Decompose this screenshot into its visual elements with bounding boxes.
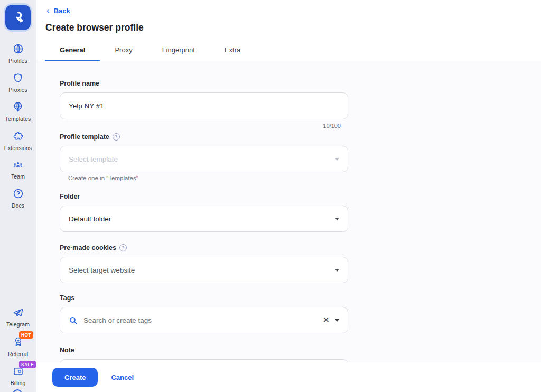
globe-icon: [13, 43, 24, 54]
profile-template-select[interactable]: Select template: [60, 146, 348, 172]
page-header: ‹ Back Create browser profile General Pr…: [36, 0, 541, 61]
main-panel: ‹ Back Create browser profile General Pr…: [36, 0, 541, 392]
app-logo-icon: [10, 10, 26, 25]
cancel-button[interactable]: Cancel: [111, 374, 134, 381]
char-counter: 10/100: [60, 123, 348, 129]
clear-icon[interactable]: ✕: [323, 316, 330, 324]
sidebar-item-label: Proxies: [8, 87, 27, 93]
form-content: Profile name 10/100 Profile template ? S…: [36, 61, 541, 391]
sidebar-item-label: Referral: [8, 351, 28, 357]
puzzle-icon: [13, 130, 24, 142]
chevron-down-icon[interactable]: [335, 269, 339, 272]
sidebar-item-docs[interactable]: Docs: [0, 184, 36, 213]
sidebar-item-label: Extensions: [4, 145, 32, 151]
chevron-left-icon: ‹: [46, 7, 50, 14]
sidebar-item-referral[interactable]: HOT Referral: [0, 332, 36, 362]
tab-proxy[interactable]: Proxy: [100, 41, 147, 61]
chevron-down-icon[interactable]: [335, 218, 339, 220]
page-title: Create browser profile: [45, 22, 541, 33]
profile-name-label: Profile name: [60, 79, 348, 87]
cookies-label: Pre-made cookies ?: [60, 244, 348, 251]
help-icon[interactable]: ?: [113, 133, 120, 141]
sidebar-item-label: Profiles: [8, 58, 27, 64]
sidebar-item-extensions[interactable]: Extensions: [0, 127, 36, 156]
sidebar-item-label: Telegram: [6, 321, 30, 328]
template-helper-text: Create one in "Templates": [68, 175, 348, 182]
select-placeholder: Select template: [69, 155, 330, 163]
team-icon: [12, 160, 24, 170]
sidebar-item-label: Billing: [11, 380, 26, 386]
help-circle-icon: [13, 188, 24, 199]
sidebar-item-team[interactable]: Team: [0, 156, 36, 184]
shield-icon: [13, 72, 23, 83]
sidebar-nav: Profiles Proxies Templates Extension: [0, 40, 36, 213]
hot-badge: HOT: [19, 331, 33, 339]
help-icon[interactable]: ?: [119, 244, 127, 251]
chevron-down-icon[interactable]: [335, 158, 339, 161]
back-button[interactable]: ‹ Back: [46, 7, 70, 15]
back-label: Back: [54, 7, 70, 15]
sidebar-item-telegram[interactable]: Telegram: [0, 304, 36, 332]
select-placeholder: Select target website: [69, 266, 330, 274]
telegram-icon: [12, 307, 24, 318]
tab-bar: General Proxy Fingerprint Extra: [36, 41, 541, 61]
sidebar-item-label: Templates: [5, 116, 31, 122]
tags-label: Tags: [60, 294, 348, 302]
profile-name-field[interactable]: [60, 92, 348, 119]
profile-template-label: Profile template ?: [60, 133, 348, 141]
tab-general[interactable]: General: [45, 41, 100, 61]
sidebar-item-label: Docs: [12, 202, 24, 209]
tags-input[interactable]: [83, 316, 319, 324]
create-button[interactable]: Create: [52, 368, 98, 387]
sidebar-item-templates[interactable]: Templates: [0, 98, 36, 127]
sidebar: Profiles Proxies Templates Extension: [0, 0, 36, 392]
profile-name-input[interactable]: [69, 102, 339, 110]
sidebar-item-proxies[interactable]: Proxies: [0, 69, 36, 98]
sidebar-item-profiles[interactable]: Profiles: [0, 40, 36, 69]
tab-fingerprint[interactable]: Fingerprint: [147, 41, 210, 61]
app-logo[interactable]: [5, 5, 31, 30]
tab-extra[interactable]: Extra: [210, 41, 255, 61]
select-value: Default folder: [69, 215, 330, 223]
note-label: Note: [60, 346, 348, 354]
search-icon: [69, 316, 78, 325]
sidebar-bottom-nav: Telegram HOT Referral SALE Billing: [0, 304, 36, 391]
folder-select[interactable]: Default folder: [60, 206, 348, 232]
sidebar-item-billing[interactable]: SALE Billing: [0, 362, 36, 391]
sidebar-item-label: Team: [11, 173, 25, 180]
tags-field[interactable]: ✕: [60, 307, 348, 333]
globe-template-icon: [12, 101, 24, 113]
sale-badge: SALE: [19, 361, 36, 368]
cookies-select[interactable]: Select target website: [60, 257, 348, 283]
chevron-down-icon[interactable]: [335, 319, 339, 322]
app-window: Profiles Proxies Templates Extension: [0, 0, 541, 392]
form-footer: Create Cancel: [36, 362, 541, 392]
folder-label: Folder: [60, 192, 348, 200]
